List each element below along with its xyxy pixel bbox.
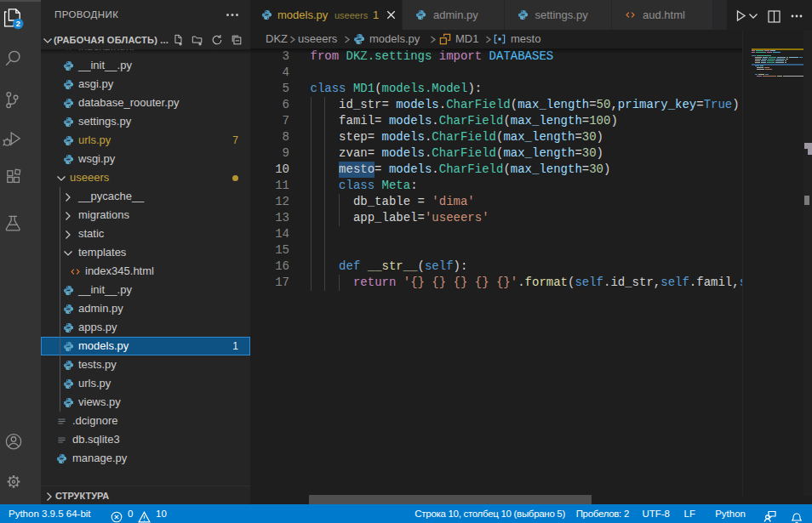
svg-text:2: 2 — [16, 20, 20, 28]
